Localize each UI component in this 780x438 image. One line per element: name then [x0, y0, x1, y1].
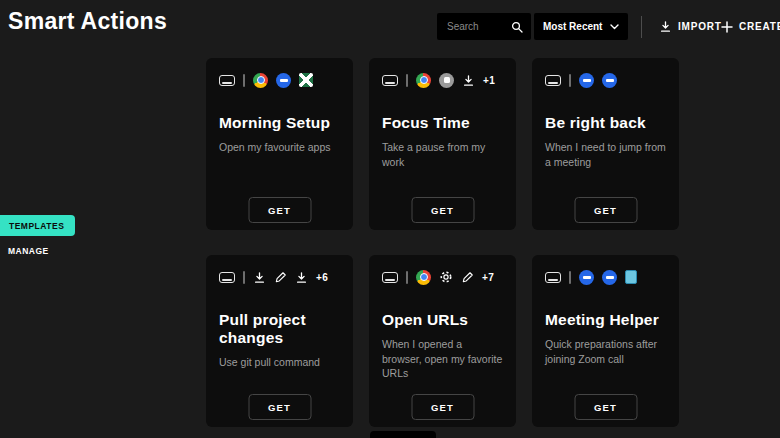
card-icon-row: +6	[219, 269, 340, 285]
get-button[interactable]: GET	[248, 197, 311, 223]
card-icon-row	[219, 72, 340, 88]
chevron-down-icon	[610, 24, 619, 30]
plus-icon	[721, 21, 733, 33]
template-card[interactable]: +1Focus TimeTake a pause from my workGET	[369, 58, 516, 230]
search-box[interactable]	[437, 13, 531, 40]
sort-dropdown[interactable]: Most Recent	[534, 13, 628, 40]
blue-app-icon	[579, 73, 594, 88]
card-description: Take a pause from my work	[382, 140, 503, 169]
card-icon-row: +7	[382, 269, 503, 285]
import-label: IMPORT	[678, 21, 722, 32]
icon-divider	[243, 74, 245, 87]
download-icon	[253, 271, 266, 284]
card-icon-row: +1	[382, 72, 503, 88]
header-divider	[641, 16, 642, 38]
sidebar-item-templates[interactable]: TEMPLATES	[0, 215, 75, 236]
keyboard-icon	[219, 75, 235, 86]
template-card[interactable]: Be right backWhen I need to jump from a …	[532, 58, 679, 230]
blue-app-icon	[579, 270, 594, 285]
blue-app-icon	[276, 73, 291, 88]
download-icon	[462, 74, 475, 87]
create-label: CREATE	[739, 21, 780, 32]
import-button[interactable]: IMPORT	[659, 13, 722, 40]
card-title: Be right back	[545, 114, 666, 132]
keyboard-icon	[382, 272, 398, 283]
icon-divider	[243, 271, 245, 284]
search-input[interactable]	[445, 20, 511, 33]
keyboard-icon	[545, 75, 561, 86]
template-card[interactable]: +6Pull project changesUse git pull comma…	[206, 255, 353, 427]
download-icon	[295, 271, 308, 284]
get-button[interactable]: GET	[411, 197, 474, 223]
template-card[interactable]: Meeting HelperQuick preparations after j…	[532, 255, 679, 427]
extra-apps-count: +7	[482, 272, 494, 283]
download-icon	[659, 20, 672, 33]
card-icon-row	[545, 72, 666, 88]
teal-square-icon	[625, 270, 637, 284]
extra-apps-count: +6	[316, 272, 328, 283]
card-title: Open URLs	[382, 311, 503, 329]
icon-divider	[569, 271, 571, 284]
get-button[interactable]: GET	[574, 197, 637, 223]
chrome-icon	[253, 73, 268, 88]
card-title: Morning Setup	[219, 114, 340, 132]
icon-divider	[569, 74, 571, 87]
keyboard-icon	[219, 272, 235, 283]
gray-circle-icon	[439, 73, 454, 88]
page-title: Smart Actions	[8, 8, 167, 35]
pencil-icon	[274, 271, 287, 284]
blue-app-icon	[602, 73, 617, 88]
template-card[interactable]: Morning SetupOpen my favourite appsGET	[206, 58, 353, 230]
icon-divider	[406, 74, 408, 87]
card-title: Pull project changes	[219, 311, 340, 347]
create-button[interactable]: CREATE	[721, 13, 780, 40]
pencil-icon	[461, 271, 474, 284]
excel-icon	[299, 73, 313, 87]
card-description: When I need to jump from a meeting	[545, 140, 666, 169]
card-description: Quick preparations after joining Zoom ca…	[545, 337, 666, 366]
template-card[interactable]: +7Open URLsWhen I opened a browser, open…	[369, 255, 516, 427]
sidebar-item-manage[interactable]: MANAGE	[8, 246, 49, 256]
card-title: Focus Time	[382, 114, 503, 132]
feedback-button[interactable]: FEEDBACK	[370, 431, 436, 438]
extra-apps-count: +1	[483, 75, 495, 86]
blue-app-icon	[602, 270, 617, 285]
card-description: Use git pull command	[219, 355, 340, 370]
keyboard-icon	[545, 272, 561, 283]
icon-divider	[406, 271, 408, 284]
templates-grid: Morning SetupOpen my favourite appsGET+1…	[206, 58, 679, 427]
chrome-icon	[416, 73, 431, 88]
card-title: Meeting Helper	[545, 311, 666, 329]
card-description: When I opened a browser, open my favorit…	[382, 337, 503, 381]
sort-selected-value: Most Recent	[543, 21, 602, 32]
chrome-icon	[416, 270, 431, 285]
card-description: Open my favourite apps	[219, 140, 340, 155]
search-icon[interactable]	[511, 21, 523, 33]
keyboard-icon	[382, 75, 398, 86]
card-icon-row	[545, 269, 666, 285]
gear-icon	[439, 270, 453, 284]
get-button[interactable]: GET	[574, 394, 637, 420]
get-button[interactable]: GET	[248, 394, 311, 420]
get-button[interactable]: GET	[411, 394, 474, 420]
